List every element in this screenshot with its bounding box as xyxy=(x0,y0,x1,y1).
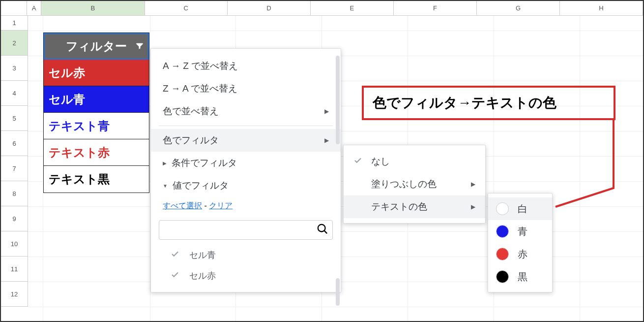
sort-by-color[interactable]: 色で並べ替え▶ xyxy=(151,100,341,123)
triangle-down-icon: ▼ xyxy=(163,183,168,189)
color-option[interactable]: 赤 xyxy=(488,243,552,265)
filter-search xyxy=(159,220,333,240)
check-icon xyxy=(171,270,179,282)
table-row[interactable]: テキスト青 xyxy=(44,113,149,139)
data-table: フィルター セル赤セル青テキスト青テキスト赤テキスト黒 xyxy=(43,32,149,193)
table-row[interactable]: テキスト赤 xyxy=(44,139,149,166)
color-option[interactable]: 黒 xyxy=(488,265,552,288)
triangle-right-icon: ▶ xyxy=(163,161,167,166)
scrollbar-thumb[interactable] xyxy=(336,56,340,144)
submenu-fill-color[interactable]: 塗りつぶしの色 ▶ xyxy=(344,173,485,195)
row-header-6[interactable]: 6 xyxy=(1,131,28,156)
color-swatch xyxy=(496,248,509,260)
column-headers: ABCDEFGH xyxy=(1,1,643,16)
color-swatch xyxy=(496,202,509,215)
filter-by-color[interactable]: 色でフィルタ▶ xyxy=(151,129,341,152)
scrollbar-thumb[interactable] xyxy=(336,278,340,306)
column-header-E[interactable]: E xyxy=(311,1,394,15)
filter-icon[interactable] xyxy=(135,39,144,53)
column-header-F[interactable]: F xyxy=(394,1,477,15)
annotation-callout: 色でフィルタ→テキストの色 xyxy=(362,86,615,120)
filter-value-item[interactable]: セル赤 xyxy=(151,265,341,286)
chevron-right-icon: ▶ xyxy=(471,181,475,188)
column-header-A[interactable]: A xyxy=(27,1,41,15)
color-option[interactable]: 青 xyxy=(488,220,552,243)
chevron-right-icon: ▶ xyxy=(324,108,329,115)
filter-value-item[interactable]: セル青 xyxy=(151,245,341,265)
annotation-arrow xyxy=(554,119,617,208)
row-header-3[interactable]: 3 xyxy=(1,56,28,81)
row-headers: 123456789101112 xyxy=(1,16,28,307)
filter-by-value[interactable]: ▼値でフィルタ xyxy=(151,174,341,197)
column-header-B[interactable]: B xyxy=(41,1,145,15)
text-color-submenu: 白青赤黒 xyxy=(488,193,553,292)
row-header-9[interactable]: 9 xyxy=(1,206,28,231)
row-header-11[interactable]: 11 xyxy=(1,257,28,282)
color-swatch xyxy=(496,270,509,283)
menu-scrollbar[interactable] xyxy=(336,56,340,307)
submenu-none[interactable]: なし xyxy=(344,150,485,173)
filter-menu: A → Z で並べ替え Z → A で並べ替え 色で並べ替え▶ 色でフィルタ▶ … xyxy=(150,48,341,292)
chevron-right-icon: ▶ xyxy=(324,137,329,144)
row-header-12[interactable]: 12 xyxy=(1,282,28,307)
table-row[interactable]: セル青 xyxy=(44,86,149,113)
separator xyxy=(159,126,333,126)
column-header-D[interactable]: D xyxy=(228,1,311,15)
row-header-10[interactable]: 10 xyxy=(1,231,28,257)
row-header-1[interactable]: 1 xyxy=(1,16,28,31)
check-icon xyxy=(171,250,179,261)
column-header-H[interactable]: H xyxy=(560,1,643,15)
row-header-5[interactable]: 5 xyxy=(1,106,28,131)
chevron-right-icon: ▶ xyxy=(471,203,475,210)
color-option[interactable]: 白 xyxy=(488,197,552,220)
color-filter-submenu: なし 塗りつぶしの色 ▶ テキストの色 ▶ xyxy=(343,145,486,224)
column-header-G[interactable]: G xyxy=(477,1,560,15)
filter-by-condition[interactable]: ▶条件でフィルタ xyxy=(151,152,341,174)
table-row[interactable]: セル赤 xyxy=(44,60,149,86)
sort-az[interactable]: A → Z で並べ替え xyxy=(151,55,341,77)
sort-za[interactable]: Z → A で並べ替え xyxy=(151,77,341,100)
table-row[interactable]: テキスト黒 xyxy=(44,166,149,193)
column-header-C[interactable]: C xyxy=(145,1,228,15)
table-header-cell[interactable]: フィルター xyxy=(44,33,149,60)
select-all-corner[interactable] xyxy=(1,1,27,15)
submenu-text-color[interactable]: テキストの色 ▶ xyxy=(344,195,485,218)
search-icon[interactable] xyxy=(317,224,328,236)
row-header-2[interactable]: 2 xyxy=(1,31,28,56)
select-links: すべて選択 - クリア xyxy=(151,197,341,215)
row-header-8[interactable]: 8 xyxy=(1,181,28,206)
table-header-text: フィルター xyxy=(66,38,127,54)
check-icon xyxy=(353,156,362,167)
row-header-4[interactable]: 4 xyxy=(1,81,28,106)
clear-link[interactable]: クリア xyxy=(209,201,233,210)
row-header-7[interactable]: 7 xyxy=(1,156,28,181)
search-input[interactable] xyxy=(159,220,333,240)
select-all-link[interactable]: すべて選択 xyxy=(163,201,202,210)
color-swatch xyxy=(496,225,509,238)
